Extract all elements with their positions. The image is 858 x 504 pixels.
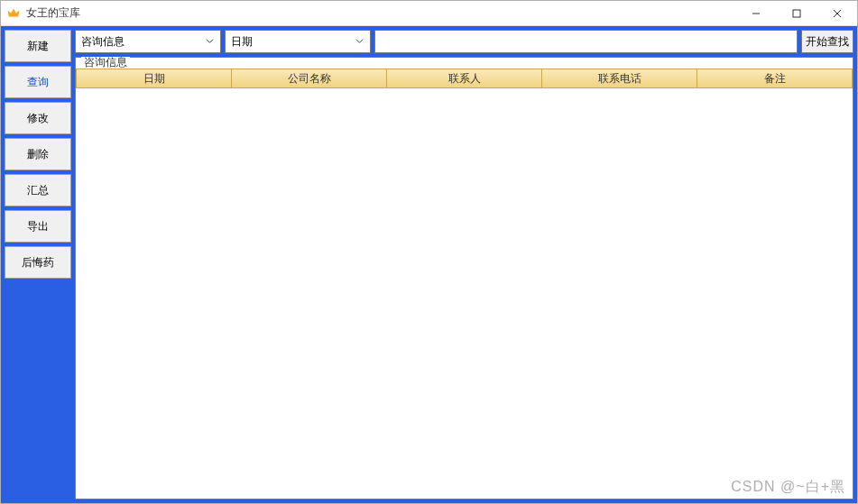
chevron-down-icon — [352, 35, 366, 48]
sidebar-item-edit[interactable]: 修改 — [5, 102, 71, 134]
column-header-phone[interactable]: 联系电话 — [542, 69, 697, 88]
svg-rect-0 — [793, 10, 800, 17]
titlebar: 女王的宝库 — [1, 1, 857, 26]
field-select-value: 日期 — [231, 34, 352, 50]
table-body — [76, 88, 853, 499]
content-area: 新建 查询 修改 删除 汇总 导出 后悔药 咨询信息 日期 — [1, 26, 857, 503]
chevron-down-icon — [202, 35, 217, 48]
maximize-button[interactable] — [776, 1, 816, 25]
sidebar: 新建 查询 修改 删除 汇总 导出 后悔药 — [5, 30, 71, 499]
minimize-button[interactable] — [735, 1, 776, 25]
results-panel: 咨询信息 日期 公司名称 联系人 联系电话 备注 — [75, 57, 853, 499]
sidebar-item-summary[interactable]: 汇总 — [5, 174, 71, 206]
sidebar-item-new[interactable]: 新建 — [5, 30, 71, 62]
column-header-remark[interactable]: 备注 — [697, 69, 853, 88]
sidebar-item-undo[interactable]: 后悔药 — [5, 246, 71, 279]
close-button[interactable] — [816, 1, 857, 25]
column-header-date[interactable]: 日期 — [76, 69, 232, 88]
category-select-value: 咨询信息 — [81, 34, 202, 50]
sidebar-item-query[interactable]: 查询 — [5, 66, 71, 98]
field-select[interactable]: 日期 — [225, 30, 371, 53]
sidebar-item-export[interactable]: 导出 — [5, 210, 71, 243]
window-title: 女王的宝库 — [26, 5, 735, 21]
search-input[interactable] — [374, 30, 798, 53]
table-header: 日期 公司名称 联系人 联系电话 备注 — [76, 69, 853, 88]
column-header-contact[interactable]: 联系人 — [387, 69, 542, 88]
query-toolbar: 咨询信息 日期 开始查找 — [75, 30, 853, 53]
app-window: 女王的宝库 新建 查询 修改 删除 汇总 导出 后悔药 — [0, 0, 858, 504]
crown-icon — [6, 6, 21, 21]
main-area: 咨询信息 日期 开始查找 咨询信息 日期 公司名 — [75, 30, 853, 499]
column-header-company[interactable]: 公司名称 — [232, 69, 387, 88]
window-controls — [735, 1, 857, 25]
sidebar-item-delete[interactable]: 删除 — [5, 138, 71, 170]
category-select[interactable]: 咨询信息 — [75, 30, 221, 53]
search-button[interactable]: 开始查找 — [801, 30, 853, 53]
